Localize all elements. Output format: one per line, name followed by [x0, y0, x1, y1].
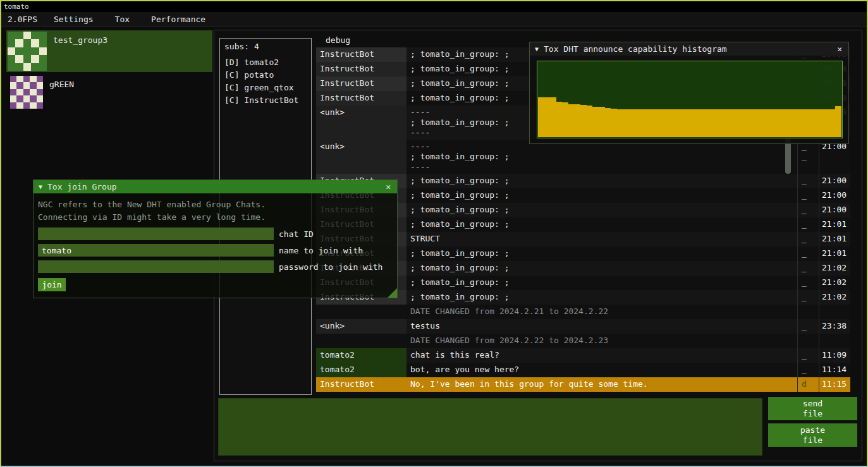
- subs-header: subs: 4: [224, 42, 307, 51]
- chat-row-flags: _ _: [798, 363, 819, 377]
- chat-row-time: [819, 334, 850, 348]
- chat-row-message: bot, are you new here?: [406, 363, 798, 377]
- histogram-bar: [738, 109, 745, 137]
- histogram-bar: [544, 97, 551, 137]
- join-group-window: ▼ Tox join Group ✕ NGC refers to the New…: [33, 179, 398, 298]
- chat-row-time: 11:09: [819, 348, 850, 363]
- chat-row-flags: _ _: [798, 246, 819, 261]
- avatar-cell: [15, 32, 23, 39]
- chat-row-time: 21:00: [819, 174, 850, 188]
- chat-row[interactable]: tomato2chat is this real?_ _11:09: [316, 348, 850, 363]
- join-group-window-title: Tox join Group: [47, 182, 379, 191]
- histogram-bar: [605, 108, 611, 137]
- chat-row[interactable]: DATE CHANGED from 2024.2.21 to 2024.2.22: [316, 305, 850, 319]
- histogram-bar: [538, 97, 544, 137]
- avatar-cell: [37, 82, 43, 88]
- avatar-cell: [30, 102, 36, 109]
- avatar-cell: [15, 47, 23, 55]
- resize-grip[interactable]: [388, 288, 397, 298]
- avatar-cell: [23, 82, 30, 88]
- chat-row-flags: _ _: [798, 188, 819, 203]
- chat-row[interactable]: <unk>---- ; tomato_in_group: ; ----_ _21…: [316, 140, 850, 174]
- menu-item-settings[interactable]: Settings: [54, 15, 94, 24]
- chat-row-message: ---- ; tomato_in_group: ; ----: [406, 140, 798, 174]
- avatar-cell: [31, 32, 39, 39]
- collapse-arrow-icon[interactable]: ▼: [39, 183, 42, 190]
- histogram-bar: [641, 109, 647, 137]
- join-group-window-titlebar: ▼ Tox join Group ✕: [34, 180, 397, 193]
- group-item-gREEN[interactable]: gREEN: [6, 75, 212, 112]
- chat-row[interactable]: InstructBotNo, I've been in this group f…: [316, 377, 850, 392]
- avatar-cell: [37, 89, 43, 95]
- window-title: tomato: [4, 3, 29, 11]
- join-button[interactable]: join: [38, 278, 66, 291]
- chat-id-input[interactable]: [38, 227, 274, 240]
- histogram-bar: [774, 109, 781, 137]
- histogram-bar: [647, 109, 654, 137]
- chat-row[interactable]: DATE CHANGED from 2024.2.22 to 2024.2.23: [316, 334, 850, 348]
- histogram-window-titlebar: ▼ Tox DHT announce capability histogram …: [530, 42, 848, 56]
- avatar-cell: [23, 47, 31, 55]
- histogram-bar: [811, 109, 817, 137]
- menu-item-tox[interactable]: Tox: [115, 15, 130, 24]
- chat-row-flags: [798, 305, 819, 319]
- message-input[interactable]: [219, 399, 762, 455]
- histogram-bar: [805, 109, 811, 137]
- avatar-cell: [15, 39, 23, 47]
- chat-row-name: [316, 334, 406, 348]
- chat-row-time: 21:00: [819, 203, 850, 217]
- group-item-test_group3[interactable]: test_group3: [6, 30, 212, 72]
- chat-row-flags: _ _: [798, 319, 819, 334]
- histogram-bar: [702, 109, 708, 137]
- histogram-bar: [671, 109, 678, 137]
- chat-row-time: 11:15: [819, 377, 850, 392]
- close-icon[interactable]: ✕: [836, 44, 843, 54]
- chat-row-flags: d: [798, 377, 819, 392]
- send-file-button[interactable]: send file: [768, 397, 857, 420]
- histogram-bar: [781, 109, 787, 137]
- histogram-bar: [829, 109, 836, 137]
- histogram-plot[interactable]: [537, 61, 843, 138]
- histogram-bar: [762, 109, 769, 137]
- avatar-cell: [23, 76, 30, 82]
- chat-row-time: 21:00: [819, 140, 850, 174]
- avatar-cell: [10, 89, 16, 95]
- subs-member[interactable]: [C] potato: [224, 69, 307, 82]
- avatar-cell: [39, 39, 47, 47]
- chat-row-time: 21:02: [819, 261, 850, 276]
- chat-row-name: <unk>: [316, 319, 406, 334]
- histogram-bar: [587, 106, 593, 137]
- subs-member[interactable]: [C] InstructBot: [224, 94, 307, 107]
- chat-row-time: 23:38: [819, 319, 850, 334]
- tab-debug[interactable]: debug: [326, 35, 350, 45]
- avatar-cell: [16, 76, 23, 82]
- close-icon[interactable]: ✕: [384, 182, 392, 191]
- avatar-cell: [23, 102, 30, 109]
- avatar-cell: [37, 102, 43, 109]
- collapse-arrow-icon[interactable]: ▼: [535, 45, 539, 52]
- paste-file-button[interactable]: paste file: [768, 423, 857, 447]
- histogram-bar: [690, 109, 696, 137]
- titlebar: tomato: [1, 1, 867, 12]
- chat-row-time: 21:00: [819, 188, 850, 203]
- subs-list: [D] tomato2[C] potato[C] green_qtox[C] I…: [224, 56, 307, 107]
- chat-row-time: 21:01: [819, 217, 850, 232]
- histogram-bar: [629, 109, 635, 137]
- histogram-bar: [769, 109, 775, 137]
- subs-member[interactable]: [D] tomato2: [224, 56, 307, 69]
- join-name-input[interactable]: [38, 244, 274, 257]
- histogram-bar: [623, 109, 629, 137]
- histogram-bars: [538, 62, 841, 137]
- chat-row-message: DATE CHANGED from 2024.2.22 to 2024.2.23: [406, 334, 798, 348]
- join-password-input[interactable]: [38, 260, 274, 273]
- histogram-bar: [714, 109, 720, 137]
- chat-row-name: tomato2: [316, 348, 406, 363]
- menubar-items: SettingsToxPerformance: [54, 15, 205, 24]
- avatar-cell: [8, 47, 15, 55]
- subs-member[interactable]: [C] green_qtox: [224, 82, 307, 94]
- menu-item-performance[interactable]: Performance: [151, 15, 205, 24]
- avatar-cell: [16, 82, 23, 88]
- chat-row[interactable]: <unk>testus_ _23:38: [316, 319, 850, 334]
- histogram-bar: [580, 105, 587, 137]
- chat-row[interactable]: tomato2bot, are you new here?_ _11:14: [316, 363, 850, 377]
